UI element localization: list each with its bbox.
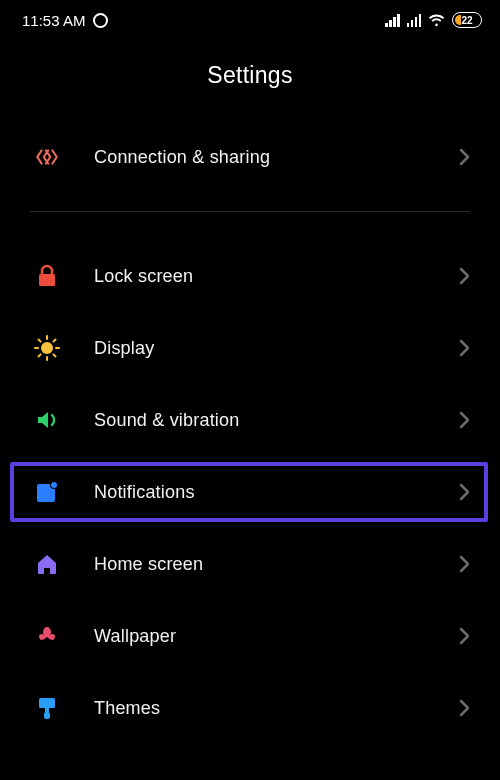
chevron-right-icon bbox=[458, 482, 470, 502]
svg-rect-0 bbox=[39, 274, 55, 286]
chevron-right-icon bbox=[458, 698, 470, 718]
row-label: Wallpaper bbox=[94, 626, 458, 647]
connection-sharing-icon bbox=[32, 144, 62, 170]
row-label: Notifications bbox=[94, 482, 458, 503]
battery-icon: 22 bbox=[452, 12, 482, 28]
svg-point-12 bbox=[51, 482, 57, 488]
row-display[interactable]: Display bbox=[0, 312, 500, 384]
circle-icon bbox=[93, 13, 108, 28]
row-connection-sharing[interactable]: Connection & sharing bbox=[0, 121, 500, 193]
svg-point-1 bbox=[41, 342, 53, 354]
signal-icon bbox=[385, 13, 400, 27]
row-sound-vibration[interactable]: Sound & vibration bbox=[0, 384, 500, 456]
svg-line-6 bbox=[39, 340, 41, 342]
divider bbox=[30, 211, 470, 212]
row-home-screen[interactable]: Home screen bbox=[0, 528, 500, 600]
chevron-right-icon bbox=[458, 266, 470, 286]
svg-line-8 bbox=[53, 340, 55, 342]
row-lock-screen[interactable]: Lock screen bbox=[0, 240, 500, 312]
status-bar: 11:53 AM 22 bbox=[0, 0, 500, 40]
home-icon bbox=[32, 553, 62, 575]
battery-percent: 22 bbox=[461, 15, 472, 26]
chevron-right-icon bbox=[458, 147, 470, 167]
svg-rect-14 bbox=[45, 708, 49, 712]
settings-list: Connection & sharing Lock screen bbox=[0, 121, 500, 744]
chevron-right-icon bbox=[458, 410, 470, 430]
brush-icon bbox=[32, 696, 62, 720]
status-left: 11:53 AM bbox=[22, 12, 108, 29]
svg-rect-13 bbox=[39, 698, 55, 708]
page-title: Settings bbox=[0, 40, 500, 121]
row-label: Home screen bbox=[94, 554, 458, 575]
status-right: 22 bbox=[385, 12, 482, 28]
row-label: Themes bbox=[94, 698, 458, 719]
chevron-right-icon bbox=[458, 554, 470, 574]
notifications-icon bbox=[32, 480, 62, 504]
signal-icon bbox=[407, 13, 422, 27]
chevron-right-icon bbox=[458, 626, 470, 646]
row-notifications[interactable]: Notifications bbox=[0, 456, 500, 528]
row-label: Sound & vibration bbox=[94, 410, 458, 431]
svg-line-9 bbox=[39, 354, 41, 356]
wifi-icon bbox=[428, 14, 445, 27]
row-themes[interactable]: Themes bbox=[0, 672, 500, 744]
chevron-right-icon bbox=[458, 338, 470, 358]
sun-icon bbox=[32, 335, 62, 361]
row-label: Lock screen bbox=[94, 266, 458, 287]
flower-icon bbox=[32, 624, 62, 648]
lock-icon bbox=[32, 264, 62, 288]
status-time: 11:53 AM bbox=[22, 12, 85, 29]
row-label: Display bbox=[94, 338, 458, 359]
row-wallpaper[interactable]: Wallpaper bbox=[0, 600, 500, 672]
svg-line-7 bbox=[53, 354, 55, 356]
speaker-icon bbox=[32, 408, 62, 432]
row-label: Connection & sharing bbox=[94, 147, 458, 168]
svg-rect-15 bbox=[44, 712, 50, 719]
